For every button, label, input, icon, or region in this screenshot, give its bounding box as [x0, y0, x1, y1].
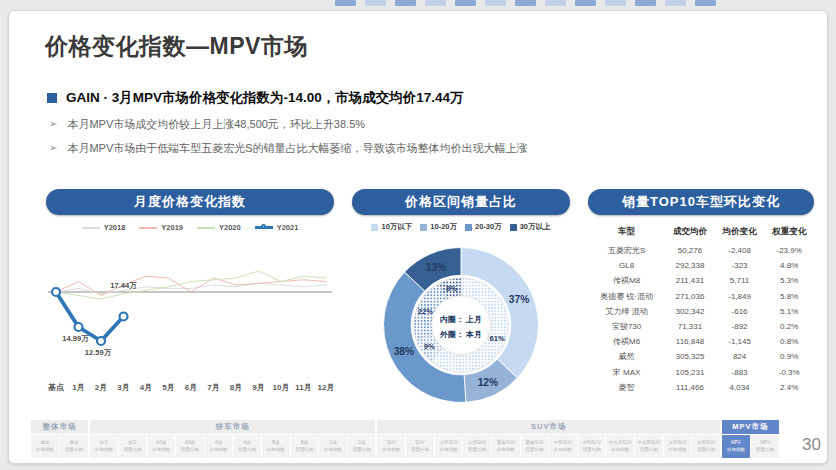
legend-line-swatch [255, 226, 273, 229]
x-axis-label: 2月 [95, 383, 107, 392]
nav-item-大型SUV-价格指数[interactable]: 大型SUV价格指数 [664, 435, 692, 458]
nav-item-C级-价格指数[interactable]: C级价格指数 [319, 435, 347, 458]
nav-group-tab-SUV市场[interactable]: SUV市场 [377, 420, 719, 434]
nav-item-line1: 中大型SUV [635, 440, 663, 447]
weight-change: 2.4% [764, 380, 814, 395]
legend-marker-icon [261, 224, 266, 229]
x-axis-label: 11月 [295, 383, 311, 392]
table-row: 传祺M8211,4315,7115.3% [588, 273, 814, 288]
nav-item-line2: 价格指数 [319, 447, 347, 454]
nav-item-紧凑SUV-销量结构[interactable]: 紧凑SUV销量结构 [521, 435, 549, 458]
nav-item-小型SUV-价格指数[interactable]: 小型SUV价格指数 [435, 435, 463, 458]
donut-legend-item-30万以上: 30万以上 [510, 222, 551, 232]
nav-item-line2: 销量结构 [692, 447, 720, 454]
nav-item-A0级-价格指数[interactable]: A0级价格指数 [147, 435, 175, 458]
nav-item-A0级-销量结构[interactable]: A0级销量结构 [176, 435, 204, 458]
price-change: -616 [715, 304, 765, 319]
price-change: -892 [715, 319, 765, 334]
point-label: 17.44万 [110, 281, 137, 290]
weight-change: 0.9% [764, 349, 814, 364]
top10-table: 车型成交均价均价变化权重变化 五菱宏光S50,276-2,408-23.9%GL… [588, 224, 814, 395]
nav-item-line1: C级 [319, 440, 347, 447]
avg-price: 116,848 [665, 334, 715, 349]
nav-items-row: SUV价格指数SUV销量结构小型SUV价格指数小型SUV销量结构紧凑SUV价格指… [377, 435, 719, 458]
nav-item-line2: 销量结构 [119, 447, 147, 454]
avg-price: 292,338 [665, 258, 715, 273]
nav-item-line2: 价格指数 [664, 447, 692, 454]
nav-item-line1: 中型SUV [578, 440, 606, 447]
donut-center-line-2: 外圈： 本月 [439, 330, 482, 339]
nav-group-tab-整体市场[interactable]: 整体市场 [31, 420, 88, 434]
nav-item-SUV-价格指数[interactable]: SUV价格指数 [377, 435, 405, 458]
nav-item-整体-价格指数[interactable]: 整体价格指数 [31, 435, 59, 458]
legend-line-swatch [82, 227, 100, 229]
nav-item-line2: 价格指数 [606, 447, 634, 454]
x-axis-label: 9月 [252, 383, 264, 392]
bullet-line-1: ➢ 本月MPV市场成交均价较上月上涨48,500元，环比上升38.5% [49, 117, 365, 132]
nav-item-整体-销量结构[interactable]: 整体销量结构 [60, 435, 88, 458]
legend-item-Y2020: Y2020 [197, 223, 241, 232]
price-change: -883 [715, 365, 765, 380]
series-Y2021-marker [97, 337, 105, 345]
nav-item-轿车-销量结构[interactable]: 轿车销量结构 [119, 435, 147, 458]
nav-item-A级-价格指数[interactable]: A级价格指数 [205, 435, 233, 458]
nav-item-紧凑SUV-价格指数[interactable]: 紧凑SUV价格指数 [492, 435, 520, 458]
nav-item-B级-价格指数[interactable]: B级价格指数 [262, 435, 290, 458]
nav-item-line2: 价格指数 [31, 447, 59, 454]
nav-item-line2: 价格指数 [205, 447, 233, 454]
weight-change: 5.1% [764, 304, 814, 319]
nav-item-line2: 销量结构 [635, 447, 663, 454]
nav-item-中大型SUV-价格指数[interactable]: 中大型SUV价格指数 [606, 435, 634, 458]
price-change: -2,408 [715, 243, 765, 258]
nav-item-轿车-价格指数[interactable]: 轿车价格指数 [90, 435, 118, 458]
model-name: GL8 [588, 258, 665, 273]
avg-price: 302,342 [665, 304, 715, 319]
nav-item-小型SUV-销量结构[interactable]: 小型SUV销量结构 [463, 435, 491, 458]
nav-item-line2: 价格指数 [435, 447, 463, 454]
price-change: 4,034 [715, 380, 765, 395]
nav-item-SUV-销量结构[interactable]: SUV销量结构 [406, 435, 434, 458]
panel-top10-table: 销量TOP10车型环比变化 车型成交均价均价变化权重变化 五菱宏光S50,276… [588, 189, 814, 427]
legend-label: Y2020 [219, 223, 241, 232]
x-axis-label: 10月 [273, 383, 290, 392]
nav-item-line1: 紧凑SUV [521, 440, 549, 447]
x-axis-label: 3月 [117, 383, 129, 392]
weight-change: 5.8% [764, 289, 814, 304]
nav-items-row: 轿车价格指数轿车销量结构A0级价格指数A0级销量结构A级价格指数A级销量结构B级… [90, 435, 375, 458]
legend-item-Y2019: Y2019 [139, 223, 183, 232]
nav-item-大型SUV-销量结构[interactable]: 大型SUV销量结构 [692, 435, 720, 458]
nav-item-A级-销量结构[interactable]: A级销量结构 [233, 435, 261, 458]
table-column-header: 成交均价 [665, 224, 715, 243]
arrow-bullet-icon: ➢ [49, 141, 57, 155]
top-slide-edge-artifact [335, 0, 716, 7]
nav-item-line2: 销量结构 [291, 447, 319, 454]
nav-item-MPV-销量结构[interactable]: MPV销量结构 [751, 435, 779, 458]
nav-item-line2: 销量结构 [176, 447, 204, 454]
nav-item-MPV-价格指数[interactable]: MPV价格指数 [722, 435, 750, 458]
nav-item-中型SUV-价格指数[interactable]: 中型SUV价格指数 [549, 435, 577, 458]
nav-item-C级-销量结构[interactable]: C级销量结构 [348, 435, 376, 458]
nav-item-line1: 整体 [31, 440, 59, 447]
donut-outer-label: 38% [394, 346, 414, 357]
weight-change: 4.8% [764, 258, 814, 273]
nav-item-line2: 价格指数 [377, 447, 405, 454]
donut-legend-item-10-20万: 10-20万 [420, 222, 457, 232]
nav-item-line1: B级 [262, 440, 290, 447]
nav-item-line2: 价格指数 [262, 447, 290, 454]
nav-group-轿车市场: 轿车市场轿车价格指数轿车销量结构A0级价格指数A0级销量结构A级价格指数A级销量… [90, 420, 375, 458]
nav-item-line1: 整体 [60, 440, 88, 447]
panel-price-band-share: 价格区间销量占比 10万以下10-20万20-30万30万以上 37%12%38… [352, 189, 570, 427]
nav-item-line1: 轿车 [90, 440, 118, 447]
nav-item-line2: 销量结构 [406, 447, 434, 454]
nav-item-line1: 大型SUV [692, 440, 720, 447]
slide: 价格变化指数—MPV市场 GAIN · 3月MPV市场价格变化指数为-14.00… [8, 10, 828, 464]
nav-group-tab-轿车市场[interactable]: 轿车市场 [90, 420, 375, 434]
nav-item-B级-销量结构[interactable]: B级销量结构 [291, 435, 319, 458]
nav-item-line2: 销量结构 [60, 447, 88, 454]
donut-chart-legend: 10万以下10-20万20-30万30万以上 [352, 222, 570, 232]
nav-item-中大型SUV-销量结构[interactable]: 中大型SUV销量结构 [635, 435, 663, 458]
nav-item-中型SUV-销量结构[interactable]: 中型SUV销量结构 [578, 435, 606, 458]
legend-label: 10-20万 [430, 222, 457, 232]
legend-color-swatch [510, 224, 517, 231]
nav-group-tab-MPV市场[interactable]: MPV市场 [722, 420, 779, 434]
